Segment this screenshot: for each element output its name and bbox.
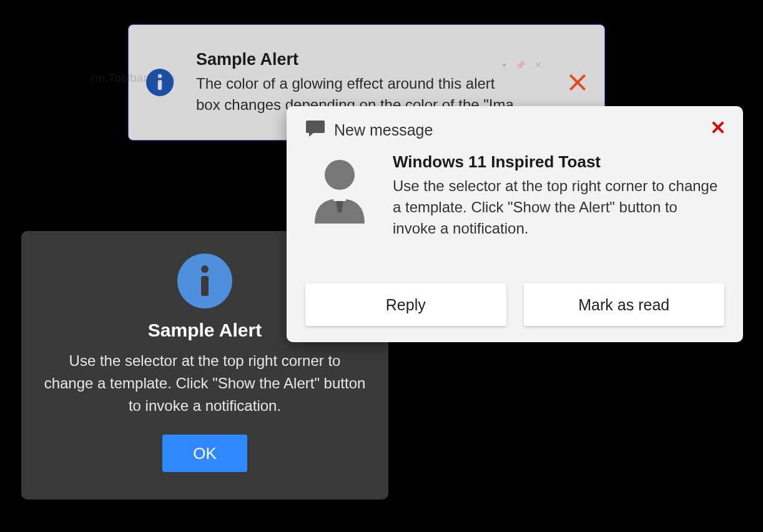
svg-rect-6 — [306, 121, 325, 133]
toast-body: Windows 11 Inspired Toast Use the select… — [305, 152, 724, 270]
background-ghost-text: rm.ToolbarForm — [91, 71, 175, 85]
toast-header-title: New message — [334, 121, 433, 139]
toast-heading: Windows 11 Inspired Toast — [393, 152, 724, 172]
close-ghost-icon: ✕ — [534, 60, 542, 70]
close-icon[interactable] — [567, 72, 588, 93]
reply-button[interactable]: Reply — [305, 283, 506, 326]
svg-point-4 — [201, 265, 209, 273]
toast-actions: Reply Mark as read — [305, 283, 724, 326]
toast-header: New message — [305, 120, 724, 140]
info-icon — [177, 254, 232, 308]
dropdown-icon: ▾ — [502, 60, 506, 70]
svg-rect-5 — [201, 276, 209, 296]
toast-text: Windows 11 Inspired Toast Use the select… — [393, 152, 724, 270]
toast-description: Use the selector at the top right corner… — [393, 175, 724, 239]
svg-rect-10 — [333, 197, 346, 201]
mark-as-read-button[interactable]: Mark as read — [524, 283, 725, 326]
avatar — [305, 152, 374, 270]
win11-toast: New message Windows 11 Inspired Toast Us… — [287, 106, 743, 342]
alert-title: Sample Alert — [148, 320, 262, 341]
close-icon[interactable] — [711, 120, 726, 135]
pin-icon: 📌 — [515, 60, 526, 70]
alert-body-text: Use the selector at the top right corner… — [42, 350, 367, 417]
ok-button[interactable]: OK — [162, 435, 247, 472]
svg-marker-7 — [309, 132, 314, 137]
window-control-ghost-icons: ▾ 📌 ✕ — [502, 60, 542, 70]
svg-point-8 — [325, 160, 355, 190]
chat-icon — [305, 120, 325, 140]
